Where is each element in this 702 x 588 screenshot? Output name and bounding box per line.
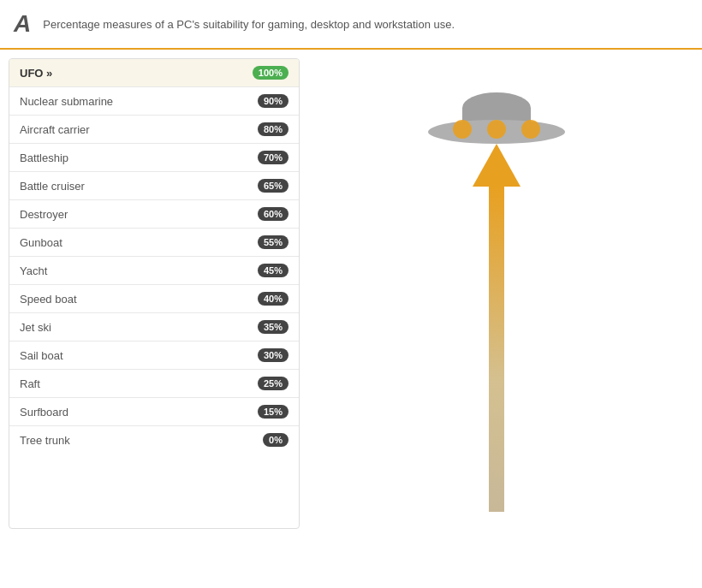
list-item[interactable]: Battleship70% [9,144,299,172]
list-item[interactable]: Aircraft carrier80% [9,116,299,144]
item-name: Gunboat [20,236,62,249]
visual-panel [300,58,693,529]
item-badge: 80% [258,122,289,136]
list-item[interactable]: Jet ski35% [9,313,299,342]
item-badge: 100% [253,66,289,80]
item-badge: 60% [258,207,289,221]
list-item[interactable]: Speed boat40% [9,285,299,313]
item-badge: 40% [258,292,289,306]
item-name: Battleship [20,151,68,164]
arrow-shaft [489,187,504,512]
item-badge: 65% [258,179,289,193]
item-badge: 0% [263,433,289,447]
top-bar: A Percentage measures of a PC's suitabil… [0,0,702,50]
ufo-lights [453,120,540,139]
item-name: Nuclear submarine [20,95,113,108]
item-badge: 70% [258,151,289,164]
item-name: Battle cruiser [20,180,85,193]
item-name: Aircraft carrier [20,123,90,136]
list-item[interactable]: UFO »100% [9,59,299,87]
list-item[interactable]: Yacht45% [9,257,299,285]
item-name: Sail boat [20,349,63,362]
ufo-light-3 [521,120,540,139]
list-item[interactable]: Surfboard15% [9,398,299,426]
item-name: Surfboard [20,406,68,419]
logo: A [14,10,31,38]
ufo-light-2 [487,120,506,139]
list-item[interactable]: Gunboat55% [9,229,299,257]
list-item[interactable]: Raft25% [9,370,299,398]
item-name: Yacht [20,264,47,277]
item-name: Tree trunk [20,434,70,447]
list-item[interactable]: Tree trunk0% [9,426,299,454]
ufo-disk [428,120,565,144]
item-badge: 35% [258,320,289,334]
item-badge: 30% [258,348,289,362]
beam-arrow [473,144,521,512]
item-name: Raft [20,377,40,390]
main-content: UFO »100%Nuclear submarine90%Aircraft ca… [0,50,702,538]
list-item[interactable]: Battle cruiser65% [9,172,299,200]
item-name: Destroyer [20,208,68,221]
list-panel: UFO »100%Nuclear submarine90%Aircraft ca… [9,58,300,529]
item-badge: 55% [258,235,289,249]
list-item[interactable]: Sail boat30% [9,342,299,370]
item-name: UFO » [20,67,52,80]
ufo-light-1 [453,120,472,139]
list-item[interactable]: Nuclear submarine90% [9,87,299,116]
item-badge: 90% [258,94,289,108]
ufo-dome [462,92,531,123]
ufo-body [428,92,565,144]
item-name: Jet ski [20,321,51,334]
item-badge: 25% [258,377,289,390]
list-item[interactable]: Destroyer60% [9,200,299,229]
item-badge: 15% [258,405,289,419]
ufo-container [428,92,565,512]
arrow-head [473,144,521,187]
item-badge: 45% [258,264,289,277]
header-description: Percentage measures of a PC's suitabilit… [43,18,455,31]
item-name: Speed boat [20,293,77,306]
